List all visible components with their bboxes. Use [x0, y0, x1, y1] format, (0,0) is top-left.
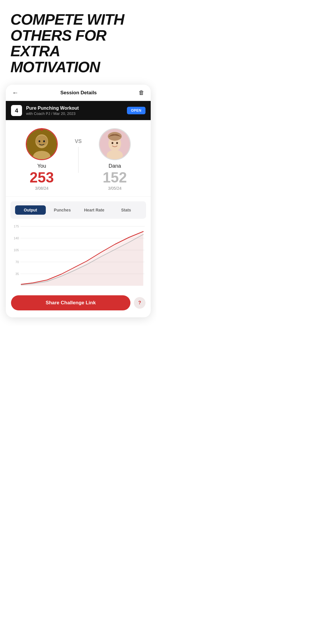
hero-section: COMPETE WITH OTHERS FOR EXTRA MOTIVATION [0, 0, 156, 82]
session-number: 4 [11, 105, 22, 116]
svg-text:140: 140 [14, 236, 19, 240]
session-subtitle: with Coach PJ / Mar 20, 2023 [26, 111, 123, 116]
vs-line [78, 147, 79, 173]
hero-title: COMPETE WITH OTHERS FOR EXTRA MOTIVATION [10, 12, 146, 75]
open-button[interactable]: OPEN [127, 107, 145, 114]
star-icon: ★ [40, 127, 44, 132]
tab-heart-rate[interactable]: Heart Rate [79, 205, 110, 215]
svg-point-5 [43, 140, 45, 142]
dana-score: 152 [103, 170, 127, 185]
svg-point-10 [116, 142, 118, 144]
dana-avatar-wrapper [99, 128, 131, 160]
svg-point-3 [36, 135, 48, 146]
card-header: ← Session Details 🗑 [6, 85, 151, 101]
svg-point-9 [112, 142, 113, 144]
svg-text:105: 105 [14, 248, 19, 252]
back-button[interactable]: ← [12, 90, 19, 96]
you-avatar-wrapper: ★ [26, 128, 58, 160]
tab-punches[interactable]: Punches [47, 205, 78, 215]
vs-section: ★ You 253 [6, 120, 151, 196]
you-date: 3/08/24 [35, 186, 49, 191]
svg-text:175: 175 [14, 225, 19, 228]
you-score: 253 [30, 170, 54, 185]
help-button[interactable]: ? [134, 297, 145, 309]
app-card: ← Session Details 🗑 4 Pure Punching Work… [6, 85, 151, 317]
separator [6, 196, 151, 197]
tab-stats[interactable]: Stats [111, 205, 141, 215]
vs-label: VS [75, 138, 82, 144]
dana-name: Dana [109, 163, 121, 169]
you-avatar [27, 129, 57, 159]
dana-competitor: Dana 152 3/05/24 [85, 128, 145, 191]
tab-output[interactable]: Output [15, 205, 46, 215]
dana-avatar [100, 129, 130, 159]
session-banner: 4 Pure Punching Workout with Coach PJ / … [6, 101, 151, 120]
svg-point-4 [39, 140, 40, 142]
svg-text:70: 70 [15, 260, 19, 264]
svg-text:35: 35 [15, 272, 19, 276]
delete-button[interactable]: 🗑 [139, 89, 144, 96]
session-name: Pure Punching Workout [26, 106, 123, 111]
dana-date: 3/05/24 [108, 186, 122, 191]
you-competitor: ★ You 253 [12, 128, 72, 191]
session-details-title: Session Details [60, 90, 97, 96]
tabs-row: Output Punches Heart Rate Stats [10, 201, 146, 219]
page-wrapper: COMPETE WITH OTHERS FOR EXTRA MOTIVATION… [0, 0, 156, 317]
you-name: You [37, 163, 46, 169]
session-info: Pure Punching Workout with Coach PJ / Ma… [26, 106, 123, 116]
chart-container: 175 140 105 70 35 [10, 223, 146, 287]
share-challenge-button[interactable]: Share Challenge Link [11, 295, 130, 310]
bottom-cta: Share Challenge Link ? [6, 291, 151, 317]
chart-area: 175 140 105 70 35 [6, 219, 151, 291]
vs-divider: VS [72, 138, 85, 173]
chart-svg: 175 140 105 70 35 [10, 223, 146, 287]
